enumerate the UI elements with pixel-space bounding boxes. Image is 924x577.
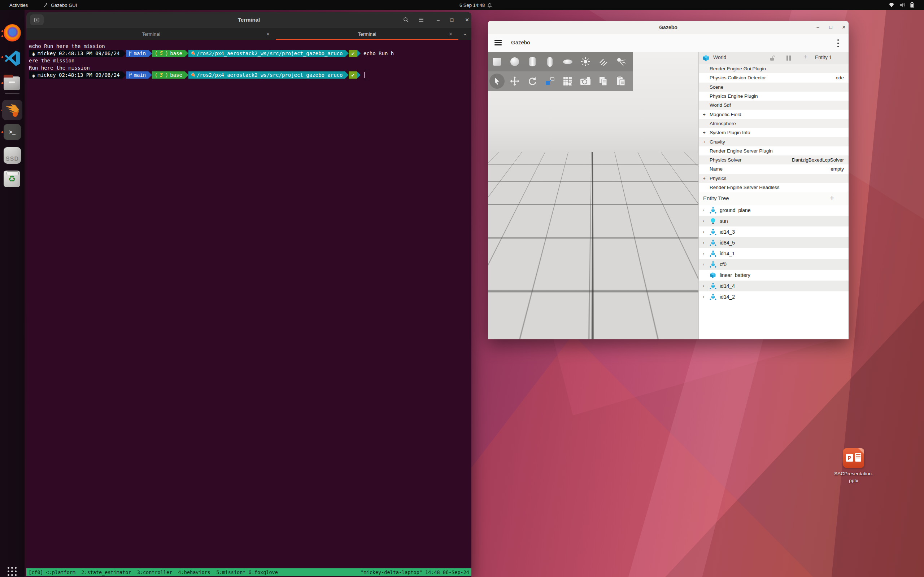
expand-icon[interactable]: + [699, 176, 709, 181]
add-directional-light-icon[interactable] [594, 52, 612, 71]
world-panel-header: World + Entity 1 [699, 52, 848, 64]
expand-chevron-icon[interactable]: › [699, 219, 708, 224]
world-property-row[interactable]: World Sdf [699, 101, 848, 110]
entity-label: id14_2 [720, 294, 735, 300]
activities-button[interactable]: Activities [10, 0, 28, 10]
property-value: empty [830, 166, 844, 172]
hamburger-menu-icon[interactable] [494, 40, 502, 45]
kebab-menu-icon[interactable] [837, 39, 839, 47]
world-property-row[interactable]: Physics SolverDantzigBoxedLcpSolver [699, 155, 848, 164]
world-property-row[interactable]: +System Plugin Info [699, 128, 848, 137]
rtf-collapse-chevron[interactable]: ‹ [647, 323, 648, 329]
tab-label: Terminal [358, 31, 376, 37]
dock-ssd-drive-icon[interactable]: SSD [3, 147, 21, 164]
property-label: Render Engine Server Headless [709, 185, 780, 190]
property-value: DantzigBoxedLcpSolver [792, 157, 844, 163]
entity-tree-item-id84_5[interactable]: ›id84_5 [699, 237, 848, 248]
aruco-marker [591, 187, 595, 191]
close-icon[interactable]: ✕ [462, 16, 472, 24]
copy-icon[interactable] [594, 71, 612, 91]
dock-terminal-icon[interactable]: >_ [3, 123, 21, 141]
desktop-file-sacpresentation[interactable]: P SACPresentation. pptx [831, 448, 876, 484]
entity-tree-item-id14_3[interactable]: ›id14_3 [699, 226, 848, 237]
minimize-icon[interactable]: – [814, 24, 822, 31]
screenshot-camera-icon[interactable] [577, 71, 594, 91]
tab-list-chevron-icon[interactable]: ⌄ [459, 28, 472, 40]
expand-icon[interactable]: + [699, 139, 709, 145]
entity-tree-item-ground_plane[interactable]: ›ground_plane [699, 205, 848, 216]
tab-close-icon[interactable]: ✕ [266, 31, 270, 37]
expand-icon[interactable]: + [699, 130, 709, 135]
show-applications-button[interactable] [8, 567, 17, 576]
system-status-area[interactable] [888, 0, 914, 10]
entity-tree-item-id14_1[interactable]: ›id14_1 [699, 248, 848, 259]
expand-chevron-icon[interactable]: › [699, 284, 708, 288]
world-property-row[interactable]: +Physics [699, 174, 848, 183]
terminal-headerbar: Terminal – □ ✕ [26, 12, 472, 28]
add-capsule-icon[interactable] [541, 52, 559, 71]
entity-tree-item-cf0[interactable]: ›cf0 [699, 259, 848, 270]
world-property-row[interactable]: Atmosphere [699, 119, 848, 128]
tab-terminal-1[interactable]: Terminal ✕ [26, 28, 276, 40]
scale-tool-icon[interactable] [541, 71, 559, 91]
dock-gazebo-app-icon[interactable] [2, 100, 23, 120]
dock-firefox-icon[interactable] [3, 24, 21, 42]
entity-tree-item-sun[interactable]: ›sun [699, 216, 848, 226]
menu-icon[interactable] [416, 16, 426, 24]
expand-chevron-icon[interactable]: › [699, 294, 708, 299]
maximize-icon[interactable]: □ [827, 24, 835, 31]
entity-tree-item-id14_4[interactable]: ›id14_4 [699, 280, 848, 292]
world-property-row[interactable]: Nameempty [699, 164, 848, 174]
dock-trash-icon[interactable]: ♻ [3, 171, 21, 188]
entity-tree-item-linear_battery[interactable]: linear_battery [699, 270, 848, 280]
world-property-row[interactable]: Physics Engine Plugin [699, 92, 848, 101]
close-icon[interactable]: ✕ [840, 24, 848, 31]
world-property-row[interactable]: Render Engine Gui Plugin [699, 64, 848, 73]
git-branch-icon [129, 51, 132, 56]
search-icon[interactable] [401, 16, 410, 24]
add-sphere-icon[interactable] [506, 52, 523, 71]
paste-icon[interactable] [612, 71, 630, 91]
running-indicator [2, 35, 3, 37]
lock-open-icon[interactable] [769, 55, 775, 61]
world-property-row[interactable]: Render Engine Server Plugin [699, 147, 848, 155]
add-cylinder-icon[interactable] [523, 52, 541, 71]
terminal-content[interactable]: echo Run here the mission mickey 02:48:1… [26, 40, 472, 568]
expand-chevron-icon[interactable]: › [699, 229, 708, 234]
focused-app-menu[interactable]: Gazebo GUI [43, 0, 77, 10]
maximize-icon[interactable]: □ [447, 16, 457, 24]
expand-chevron-icon[interactable]: › [699, 240, 708, 245]
expand-icon[interactable]: + [699, 112, 709, 117]
video-record-icon[interactable] [559, 71, 577, 91]
tab-close-icon[interactable]: ✕ [449, 31, 452, 37]
add-box-icon[interactable] [488, 52, 506, 71]
world-property-row[interactable]: Scene [699, 82, 848, 92]
entity-label: id14_1 [720, 251, 735, 256]
minimize-icon[interactable]: – [433, 16, 443, 24]
entity-tree-item-id14_2[interactable]: ›id14_2 [699, 292, 848, 302]
tab-terminal-2[interactable]: Terminal ✕ [276, 28, 459, 40]
entity-tree-add-icon[interactable]: + [829, 193, 835, 203]
dock-vscode-icon[interactable] [3, 48, 21, 66]
world-add-icon[interactable]: + [804, 53, 808, 61]
rotate-tool-icon[interactable] [523, 71, 541, 91]
3d-viewport[interactable]: ▶▶ ‹ 98.93 % [488, 52, 698, 339]
add-spot-light-icon[interactable] [612, 52, 630, 71]
world-property-row[interactable]: Physics Collision Detectorode [699, 73, 848, 82]
translate-tool-icon[interactable] [506, 71, 523, 91]
expand-chevron-icon[interactable]: › [699, 262, 708, 267]
powerpoint-file-icon[interactable]: P [843, 448, 864, 468]
world-property-row[interactable]: +Gravity [699, 137, 848, 146]
world-property-row[interactable]: Render Engine Server Headless [699, 183, 848, 192]
add-ellipsoid-icon[interactable] [559, 52, 577, 71]
world-pause-icon[interactable] [787, 56, 792, 61]
step-forward-button[interactable]: ▶▶ [510, 318, 519, 327]
expand-chevron-icon[interactable]: › [699, 208, 708, 213]
select-tool-icon[interactable] [488, 71, 506, 91]
world-property-row[interactable]: +Magnetic Field [699, 110, 848, 119]
pause-button[interactable] [493, 316, 506, 329]
dock-files-icon[interactable] [3, 74, 21, 92]
clock-menu[interactable]: 6 Sep 14:48 [459, 0, 492, 10]
expand-chevron-icon[interactable]: › [699, 251, 708, 256]
add-point-light-icon[interactable] [577, 52, 594, 71]
